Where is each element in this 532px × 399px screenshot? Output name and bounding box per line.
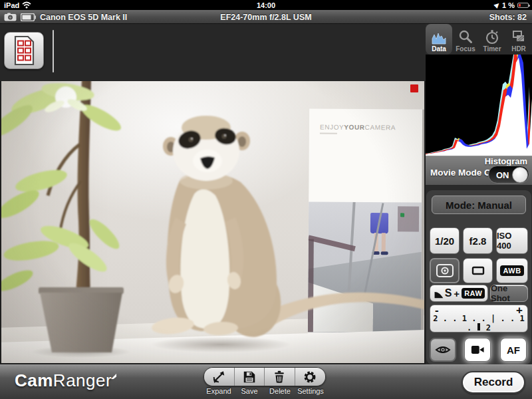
- bottom-bar: CamRanger: [0, 364, 532, 399]
- camera-controls-panel: Mode: Manual 1/20 f2.8 ISO 400 AWB: [426, 190, 531, 364]
- delete-label: Delete: [265, 387, 295, 395]
- battery-percent: 1 %: [502, 1, 515, 9]
- movie-mode-toggle[interactable]: ON: [488, 166, 529, 184]
- trash-icon: [272, 370, 287, 384]
- toggle-knob: [512, 167, 528, 183]
- af-button[interactable]: AF: [500, 338, 527, 362]
- drive-mode-button[interactable]: [463, 258, 493, 283]
- expand-button[interactable]: [204, 368, 235, 386]
- single-shot-icon: [471, 266, 485, 275]
- white-balance-button[interactable]: AWB: [496, 258, 528, 283]
- shots-counter: Shots: 82: [489, 13, 527, 22]
- toolbar-divider: [53, 30, 54, 72]
- save-floppy-icon: [242, 370, 257, 384]
- clock: 14:00: [0, 1, 532, 9]
- tab-hdr[interactable]: HDR: [505, 24, 532, 55]
- exposure-compensation-panel[interactable]: - + 2 . . 1 . . | . . 1 . . 2: [430, 305, 528, 332]
- jpeg-quality-icon: [433, 288, 444, 299]
- tab-bar: Data Focus Timer HDR: [426, 24, 532, 55]
- movie-mode-section: Histogram Movie Mode On ON: [426, 156, 532, 185]
- gear-icon: [303, 370, 317, 384]
- settings-label: Settings: [295, 387, 326, 395]
- save-button[interactable]: [235, 368, 265, 386]
- settings-button[interactable]: [295, 368, 325, 386]
- plant: [1, 81, 124, 352]
- stopwatch-icon: [484, 28, 500, 45]
- mode-button[interactable]: Mode: Manual: [432, 196, 526, 214]
- save-label: Save: [234, 387, 265, 395]
- meerkat: [151, 116, 424, 342]
- image-quality-button[interactable]: S + RAW: [430, 285, 488, 302]
- movie-mode-label: Movie Mode On: [430, 168, 497, 178]
- histogram-panel: [426, 55, 532, 156]
- lens-label: EF24-70mm f/2.8L USM: [220, 13, 311, 22]
- raw-badge: RAW: [462, 288, 485, 299]
- top-toolbar: [0, 24, 426, 81]
- focus-mode-button[interactable]: One Shot: [490, 285, 528, 302]
- expand-icon: [211, 370, 226, 384]
- aperture-button[interactable]: f2.8: [463, 227, 493, 254]
- ev-marker: [477, 323, 480, 331]
- camranger-app: iPad 14:00 ▶ 1 %: [0, 0, 532, 399]
- card-grid-icon: [12, 35, 36, 66]
- hdr-frames-icon: [511, 28, 527, 45]
- location-services-icon: ▶: [493, 1, 501, 9]
- delete-button[interactable]: [265, 368, 295, 386]
- shutter-speed-button[interactable]: 1/20: [430, 227, 460, 254]
- right-panel: Data Focus Timer HDR: [426, 24, 532, 364]
- tab-data[interactable]: Data: [426, 24, 452, 55]
- white-histogram-channel: [426, 58, 532, 156]
- camera-info-bar: Canon EOS 5D Mark II EF24-70mm f/2.8L US…: [0, 10, 532, 24]
- record-indicator: [410, 84, 418, 92]
- battery-icon: [517, 3, 529, 8]
- card-images-button[interactable]: [4, 32, 44, 69]
- tab-timer[interactable]: Timer: [479, 24, 505, 55]
- histogram-tab-icon: [430, 28, 448, 45]
- tab-focus[interactable]: Focus: [452, 24, 479, 55]
- logo-arrow-icon: [110, 373, 117, 380]
- action-segmented-control: [203, 367, 326, 386]
- record-button[interactable]: Record: [462, 371, 525, 394]
- iso-button[interactable]: ISO 400: [496, 227, 528, 254]
- histogram-label: Histogram: [485, 156, 527, 166]
- movie-record-button[interactable]: [464, 338, 491, 362]
- video-camera-icon: [469, 343, 485, 356]
- ios-status-bar: iPad 14:00 ▶ 1 %: [0, 0, 532, 10]
- magnifier-icon: [458, 28, 473, 45]
- eye-icon: [434, 343, 452, 356]
- liveview-toggle-button[interactable]: [430, 338, 456, 362]
- histogram-chart: [426, 55, 532, 156]
- action-labels: Expand Save Delete Settings: [203, 387, 326, 395]
- camranger-logo: CamRanger: [15, 370, 112, 391]
- metering-mode-button[interactable]: [430, 258, 460, 283]
- awb-badge: AWB: [500, 265, 523, 276]
- scene-illustration: [1, 81, 424, 363]
- expand-label: Expand: [203, 387, 234, 395]
- metering-icon: [436, 263, 454, 278]
- liveview-area[interactable]: ENJOYYOURCAMERA: [1, 81, 424, 363]
